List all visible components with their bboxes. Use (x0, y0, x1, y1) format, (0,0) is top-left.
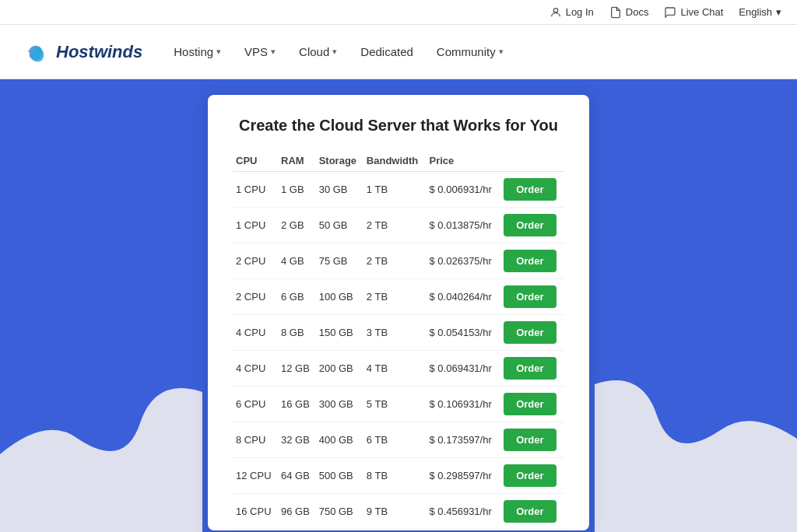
nav-cloud-chevron-icon: ▾ (332, 47, 337, 57)
nav-item-community[interactable]: Community ▾ (437, 45, 504, 58)
col-header-storage: Storage (316, 150, 363, 172)
nav-cloud-label: Cloud (299, 45, 329, 58)
docs-icon (609, 6, 622, 19)
col-header-action (500, 150, 564, 172)
order-button[interactable]: Order (504, 178, 556, 201)
nav-dedicated-label: Dedicated (360, 45, 413, 58)
cell-order: Order (500, 351, 564, 387)
cell-order: Order (500, 494, 564, 530)
nav-vps-label: VPS (244, 45, 268, 58)
cell-storage: 150 GB (316, 315, 363, 351)
cell-cpu: 12 CPU (233, 458, 278, 494)
order-button[interactable]: Order (504, 429, 556, 451)
nav-item-cloud[interactable]: Cloud ▾ (299, 45, 337, 58)
cell-price: $ 0.069431/hr (427, 351, 501, 387)
wave-right-decoration (595, 299, 797, 532)
logo-icon (23, 38, 51, 66)
cell-order: Order (500, 315, 564, 351)
livechat-label: Live Chat (680, 6, 723, 18)
order-button[interactable]: Order (504, 250, 556, 272)
livechat-link[interactable]: Live Chat (664, 6, 723, 19)
language-label: English (739, 6, 772, 18)
order-button[interactable]: Order (504, 321, 556, 344)
cell-ram: 64 GB (278, 458, 316, 494)
order-button[interactable]: Order (504, 214, 556, 236)
order-button[interactable]: Order (504, 500, 556, 523)
login-label: Log In (566, 6, 594, 18)
cell-bandwidth: 2 TB (363, 279, 427, 315)
cell-order: Order (500, 422, 564, 458)
svg-point-0 (553, 8, 557, 12)
cell-storage: 200 GB (316, 351, 363, 387)
cell-cpu: 1 CPU (233, 172, 278, 208)
table-row: 2 CPU 4 GB 75 GB 2 TB $ 0.026375/hr Orde… (233, 243, 564, 279)
cell-storage: 50 GB (316, 208, 363, 243)
cell-order: Order (500, 279, 564, 315)
cell-cpu: 4 CPU (233, 315, 278, 351)
order-button[interactable]: Order (504, 393, 556, 415)
cell-storage: 500 GB (316, 458, 363, 494)
cell-ram: 2 GB (278, 208, 316, 243)
cell-price: $ 0.026375/hr (427, 243, 501, 279)
language-selector[interactable]: English ▾ (739, 6, 781, 18)
cell-ram: 4 GB (278, 243, 316, 279)
top-bar: Log In Docs Live Chat English ▾ (0, 0, 797, 25)
cell-bandwidth: 2 TB (363, 208, 427, 243)
nav-item-dedicated[interactable]: Dedicated (360, 45, 413, 58)
user-icon (549, 6, 562, 19)
table-row: 8 CPU 32 GB 400 GB 6 TB $ 0.173597/hr Or… (233, 422, 564, 458)
cell-cpu: 8 CPU (233, 422, 278, 458)
logo[interactable]: Hostwinds (23, 38, 142, 66)
table-row: 16 CPU 96 GB 750 GB 9 TB $ 0.456931/hr O… (233, 494, 564, 530)
cell-price: $ 0.006931/hr (427, 172, 501, 208)
nav-hosting-label: Hosting (174, 45, 213, 58)
cell-bandwidth: 9 TB (363, 494, 427, 530)
logo-text: Hostwinds (56, 42, 142, 62)
cell-storage: 750 GB (316, 494, 363, 530)
table-row: 4 CPU 12 GB 200 GB 4 TB $ 0.069431/hr Or… (233, 351, 564, 387)
docs-label: Docs (626, 6, 649, 18)
cell-order: Order (500, 458, 564, 494)
cell-cpu: 4 CPU (233, 351, 278, 387)
cell-bandwidth: 1 TB (363, 172, 427, 208)
cell-storage: 300 GB (316, 387, 363, 422)
order-button[interactable]: Order (504, 357, 556, 380)
order-button[interactable]: Order (504, 464, 556, 487)
cell-cpu: 1 CPU (233, 208, 278, 243)
nav-hosting-chevron-icon: ▾ (216, 47, 221, 57)
cell-price: $ 0.456931/hr (427, 494, 501, 530)
cell-order: Order (500, 172, 564, 208)
table-row: 1 CPU 2 GB 50 GB 2 TB $ 0.013875/hr Orde… (233, 208, 564, 243)
cell-price: $ 0.013875/hr (427, 208, 501, 243)
cell-ram: 12 GB (278, 351, 316, 387)
nav-community-chevron-icon: ▾ (499, 47, 504, 57)
cell-ram: 32 GB (278, 422, 316, 458)
cell-ram: 8 GB (278, 315, 316, 351)
table-row: 4 CPU 8 GB 150 GB 3 TB $ 0.054153/hr Ord… (233, 315, 564, 351)
docs-link[interactable]: Docs (609, 6, 649, 19)
pricing-table: CPU RAM Storage Bandwidth Price 1 CPU 1 … (233, 150, 564, 530)
cell-price: $ 0.106931/hr (427, 387, 501, 422)
cell-bandwidth: 2 TB (363, 243, 427, 279)
col-header-price: Price (427, 150, 501, 172)
nav-item-hosting[interactable]: Hosting ▾ (174, 45, 221, 58)
wave-left-decoration (0, 299, 202, 532)
cell-order: Order (500, 243, 564, 279)
cell-bandwidth: 6 TB (363, 422, 427, 458)
card-title: Create the Cloud Server that Works for Y… (233, 117, 564, 135)
cell-ram: 96 GB (278, 494, 316, 530)
cell-ram: 6 GB (278, 279, 316, 315)
cell-bandwidth: 8 TB (363, 458, 427, 494)
cell-storage: 100 GB (316, 279, 363, 315)
cell-storage: 30 GB (316, 172, 363, 208)
login-link[interactable]: Log In (549, 6, 594, 19)
cell-order: Order (500, 208, 564, 243)
nav-item-vps[interactable]: VPS ▾ (244, 45, 276, 58)
cell-bandwidth: 5 TB (363, 387, 427, 422)
nav-vps-chevron-icon: ▾ (271, 47, 276, 57)
cell-cpu: 2 CPU (233, 279, 278, 315)
cell-storage: 75 GB (316, 243, 363, 279)
main-area: Create the Cloud Server that Works for Y… (0, 79, 797, 532)
nav-bar: Hostwinds Hosting ▾ VPS ▾ Cloud ▾ Dedica… (0, 25, 797, 79)
order-button[interactable]: Order (504, 285, 556, 308)
